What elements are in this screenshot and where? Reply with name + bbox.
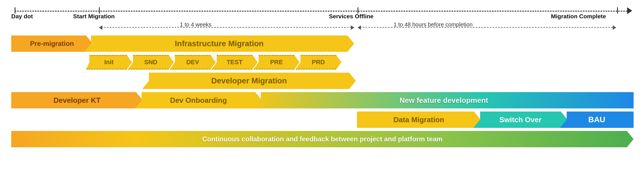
row-data: Data Migration Switch Over BAU	[11, 110, 633, 129]
tick-start-migration	[99, 7, 100, 14]
bracket2-arrow-left	[358, 25, 361, 30]
developer-kt-chevron: Developer KT	[11, 92, 143, 108]
row-dev-migration: Developer Migration	[11, 72, 633, 90]
row-kt: Developer KT Dev Onboarding New feature …	[11, 91, 633, 110]
data-migration-label: Data Migration	[394, 115, 444, 124]
bau-label: BAU	[588, 115, 605, 124]
developer-migration-chevron: Developer Migration	[142, 73, 356, 89]
tick-day-dot	[15, 7, 15, 14]
new-feature-label: New feature development	[400, 96, 488, 105]
dev-label: DEV	[186, 59, 199, 66]
developer-migration-label: Developer Migration	[211, 76, 287, 85]
continuous-collab-chevron: Continuous collaboration and feedback be…	[11, 131, 634, 147]
row-collab: Continuous collaboration and feedback be…	[11, 130, 633, 148]
switch-over-label: Switch Over	[499, 115, 541, 124]
prd-chevron: PRD	[295, 55, 341, 70]
bracket1-arrow-right	[351, 25, 354, 30]
pre-chevron: PRE	[254, 55, 299, 70]
tick-services-offline	[358, 7, 358, 14]
pre-migration-chevron: Pre-migration	[11, 35, 93, 52]
timeline-line	[15, 11, 630, 12]
test-chevron: TEST	[212, 55, 257, 70]
bracket-row: 1 to 4 weeks 1 to 48 hours before comple…	[11, 21, 633, 33]
snd-label: SND	[144, 59, 157, 66]
infra-migration-label: Infrastructure Migration	[175, 39, 264, 48]
bau-chevron: BAU	[560, 112, 634, 128]
pre-label: PRE	[270, 59, 283, 66]
tick-migration-complete	[617, 7, 618, 14]
snd-chevron: SND	[128, 55, 174, 70]
new-feature-chevron: New feature development	[254, 92, 634, 108]
infra-migration-chevron: Infrastructure Migration	[84, 35, 354, 52]
timeline-labels: Day dot Start Migration Services Offline…	[11, 13, 633, 21]
row-infra: Pre-migration Infrastructure Migration	[11, 34, 633, 53]
data-migration-chevron: Data Migration	[357, 112, 481, 128]
pre-migration-label: Pre-migration	[30, 40, 74, 48]
init-chevron: Init	[86, 55, 132, 70]
bracket1-arrow-left	[99, 25, 102, 30]
row-stages: Init SND DEV TEST PRE PRD	[11, 54, 633, 71]
bracket2-arrow-right	[613, 25, 616, 30]
label-services-offline: Services Offline	[329, 13, 374, 20]
timeline-row	[11, 5, 633, 13]
diagram: Day dot Start Migration Services Offline…	[0, 0, 644, 187]
test-label: TEST	[227, 59, 242, 66]
init-label: Init	[104, 59, 114, 66]
developer-kt-label: Developer KT	[53, 96, 101, 105]
continuous-collab-label: Continuous collaboration and feedback be…	[202, 135, 443, 143]
bracket1-line	[101, 27, 354, 28]
bracket2-label: 1 to 48 hours before completion	[394, 21, 473, 28]
dev-chevron: DEV	[170, 55, 216, 70]
dev-onboarding-label: Dev Onboarding	[170, 96, 227, 105]
switch-over-chevron: Switch Over	[473, 112, 568, 128]
dev-onboarding-chevron: Dev Onboarding	[135, 92, 262, 108]
label-start-migration: Start Migration	[73, 13, 115, 20]
label-day-dot: Day dot	[11, 13, 33, 20]
label-migration-complete: Migration Complete	[551, 13, 606, 20]
bracket1-label: 1 to 4 weeks	[180, 21, 211, 28]
prd-label: PRD	[312, 59, 325, 66]
